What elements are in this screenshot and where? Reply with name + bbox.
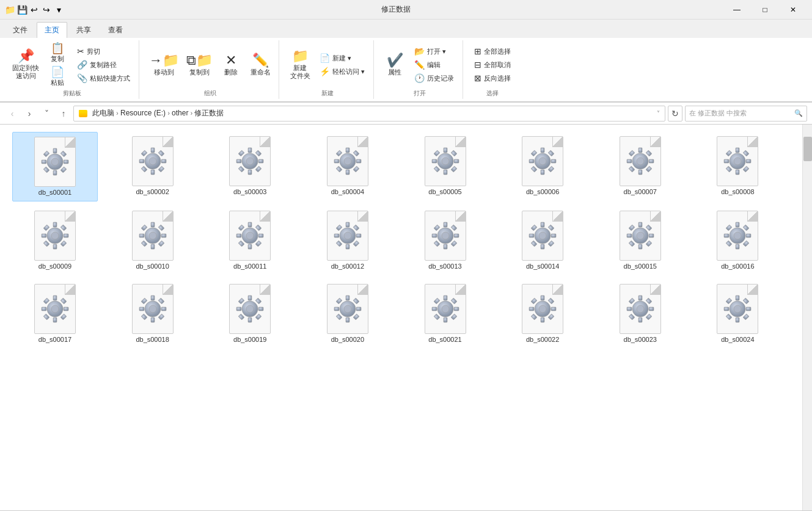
svg-point-69 <box>637 158 644 165</box>
scrollbar[interactable] <box>802 125 812 510</box>
invert-selection-button[interactable]: ⊠ 反向选择 <box>470 72 514 84</box>
gear-svg <box>333 221 362 250</box>
file-item[interactable]: db_s00013 <box>403 206 488 275</box>
svg-rect-43 <box>454 159 459 163</box>
svg-rect-54 <box>531 150 537 156</box>
invert-label: 反向选择 <box>484 74 511 83</box>
address-input[interactable]: 此电脑 › Resource (E:) › other › 修正数据 ˅ <box>73 106 665 121</box>
new-folder-button[interactable]: 📁 新建文件夹 <box>287 48 313 81</box>
open-button[interactable]: 📂 打开 ▾ <box>411 45 458 57</box>
back-button[interactable]: ‹ <box>5 106 20 121</box>
file-item[interactable]: db_s00009 <box>12 206 98 275</box>
svg-rect-162 <box>42 307 46 311</box>
file-item[interactable]: db_s00008 <box>695 132 780 201</box>
file-item[interactable]: db_s00017 <box>12 280 98 348</box>
copy-path-button[interactable]: 🔗 复制路径 <box>73 59 134 71</box>
svg-rect-63 <box>649 159 654 163</box>
select-none-button[interactable]: ⊟ 全部取消 <box>470 59 514 71</box>
svg-rect-165 <box>60 298 67 304</box>
refresh-button[interactable]: ↻ <box>668 106 682 121</box>
file-item[interactable]: db_s00015 <box>598 206 683 275</box>
file-item[interactable]: db_s00011 <box>207 206 293 275</box>
svg-rect-131 <box>541 244 544 249</box>
copy-button[interactable]: 📋 复制 <box>44 42 71 64</box>
tab-share[interactable]: 共享 <box>68 22 99 38</box>
svg-rect-85 <box>60 225 67 231</box>
file-item[interactable]: db_s00012 <box>305 206 390 275</box>
redo-icon[interactable]: ↪ <box>42 5 51 15</box>
svg-rect-145 <box>646 225 652 231</box>
doc-page-icon <box>327 211 368 261</box>
new-item-button[interactable]: 📄 新建 ▾ <box>316 52 368 64</box>
select-all-button[interactable]: ⊞ 全部选择 <box>470 45 514 57</box>
rename-button[interactable]: ✏️ 重命名 <box>247 53 274 78</box>
svg-rect-73 <box>746 159 751 163</box>
svg-rect-180 <box>248 295 252 300</box>
file-item[interactable]: db_s00023 <box>598 280 683 348</box>
paste-shortcut-label: 粘贴快捷方式 <box>90 74 130 83</box>
file-item[interactable]: db_s00018 <box>110 280 196 348</box>
file-item[interactable]: db_s00019 <box>207 280 293 348</box>
svg-rect-146 <box>629 241 635 247</box>
maximize-button[interactable]: □ <box>751 0 779 20</box>
edit-button[interactable]: ✏️ 编辑 <box>411 59 458 71</box>
file-item[interactable]: db_s00005 <box>403 132 488 201</box>
paste-shortcut-button[interactable]: 📎 粘贴快捷方式 <box>73 72 134 84</box>
history-button[interactable]: 🕐 历史记录 <box>411 72 458 84</box>
svg-point-159 <box>734 232 741 239</box>
properties-button[interactable]: ✔️ 属性 <box>381 53 408 78</box>
breadcrumb-dropdown-arrow[interactable]: ˅ <box>657 110 660 117</box>
up-button[interactable]: ↑ <box>56 106 71 121</box>
file-item[interactable]: db_s00003 <box>207 132 293 201</box>
tab-view[interactable]: 查看 <box>100 22 131 38</box>
svg-rect-147 <box>646 241 652 247</box>
file-item[interactable]: db_s00022 <box>500 280 585 348</box>
svg-rect-61 <box>638 170 642 175</box>
file-item[interactable]: db_s00002 <box>110 132 196 201</box>
save-icon[interactable]: 💾 <box>17 5 27 15</box>
history-dropdown-button[interactable]: ˅ <box>39 106 54 121</box>
file-item[interactable]: db_s00001 <box>12 132 98 201</box>
delete-button[interactable]: ✕ 删除 <box>218 53 244 78</box>
file-item[interactable]: db_s00006 <box>500 132 585 201</box>
svg-rect-174 <box>141 298 147 304</box>
paste-button[interactable]: 📄 粘贴 <box>44 65 71 88</box>
move-to-button[interactable]: →📁 移动到 <box>147 53 181 78</box>
svg-rect-172 <box>139 307 144 311</box>
forward-button[interactable]: › <box>22 106 37 121</box>
svg-point-9 <box>51 158 59 165</box>
close-button[interactable]: ✕ <box>779 0 807 20</box>
search-placeholder: 在 修正数据 中搜索 <box>689 109 747 118</box>
easy-access-button[interactable]: ⚡ 轻松访问 ▾ <box>316 65 368 78</box>
file-item[interactable]: db_s00020 <box>305 280 390 348</box>
customize-icon[interactable]: ▾ <box>54 5 64 15</box>
svg-rect-124 <box>434 225 440 231</box>
scrollbar-thumb[interactable] <box>803 137 812 161</box>
tab-home[interactable]: 主页 <box>37 22 67 38</box>
file-item[interactable]: db_s00024 <box>695 280 780 348</box>
file-icon-wrapper <box>128 211 177 260</box>
pin-button[interactable]: 📌 固定到快速访问 <box>10 48 42 81</box>
tab-file[interactable]: 文件 <box>5 22 35 38</box>
organize-buttons: →📁 移动到 ⧉📁 复制到 ✕ 删除 ✏️ 重命名 <box>147 42 274 88</box>
file-item[interactable]: db_s00021 <box>403 280 488 348</box>
copy-to-button[interactable]: ⧉📁 复制到 <box>184 53 215 78</box>
svg-rect-95 <box>158 225 164 231</box>
svg-rect-153 <box>746 234 751 237</box>
search-box[interactable]: 在 修正数据 中搜索 🔍 <box>685 106 807 121</box>
file-content[interactable]: db_s00001 <box>0 125 802 510</box>
file-item[interactable]: db_s00014 <box>500 206 585 275</box>
svg-rect-72 <box>724 159 729 163</box>
undo-icon[interactable]: ↩ <box>29 5 39 15</box>
file-item[interactable]: db_s00010 <box>110 206 196 275</box>
svg-rect-206 <box>434 314 440 320</box>
svg-rect-87 <box>60 241 67 247</box>
file-icon-wrapper <box>616 137 665 186</box>
file-item[interactable]: db_s00007 <box>598 132 683 201</box>
file-item[interactable]: db_s00016 <box>695 206 780 275</box>
cut-button[interactable]: ✂ 剪切 <box>73 45 134 57</box>
svg-rect-150 <box>736 222 739 227</box>
file-item[interactable]: db_s00004 <box>305 132 390 201</box>
svg-point-109 <box>246 232 254 239</box>
minimize-button[interactable]: — <box>723 0 751 20</box>
